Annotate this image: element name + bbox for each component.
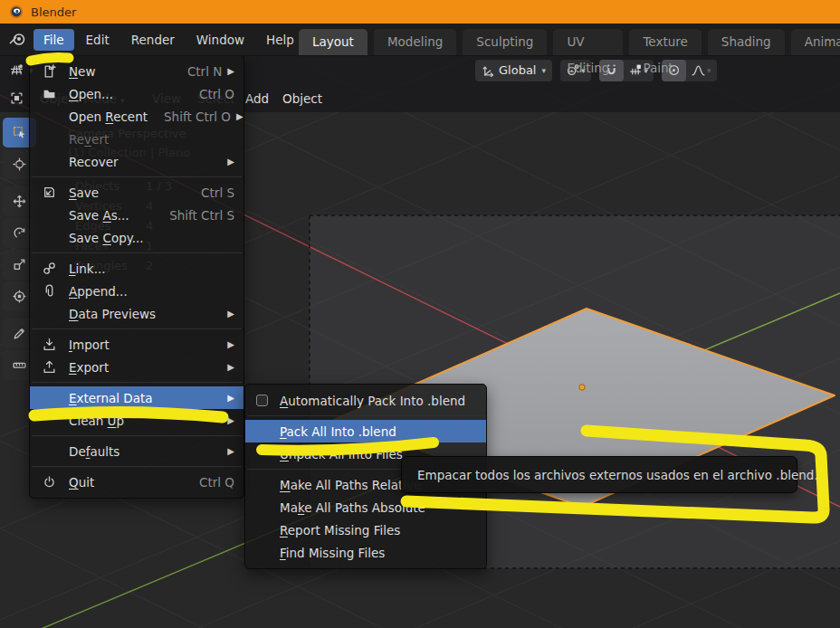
shortcut-label: Ctrl Q (183, 475, 234, 490)
file-menu-item-revert: Revert (30, 128, 243, 150)
external-data-item-pack-all-into-blend[interactable]: Pack All Into .blend (245, 420, 486, 442)
object-origin-dot (579, 385, 585, 390)
submenu-arrow-icon: ▶ (227, 446, 234, 456)
menu-file[interactable]: File (33, 29, 74, 51)
menu-help[interactable]: Help (256, 29, 304, 51)
shortcut-label: Ctrl N (171, 64, 222, 79)
menu-render[interactable]: Render (121, 29, 185, 51)
file-menu-item-export[interactable]: Export▶ (30, 356, 243, 378)
window-title: Blender (31, 5, 76, 19)
menu-edit[interactable]: Edit (76, 29, 119, 51)
menu-item-label: Data Previews (69, 307, 156, 321)
export-icon (42, 359, 56, 374)
file-menu-item-clean-up[interactable]: Clean Up▶ (30, 409, 243, 432)
menu-item-label: Export (69, 360, 109, 375)
submenu-arrow-icon: ▶ (227, 157, 234, 167)
menu-item-label: Make All Paths Absolute (280, 500, 425, 515)
file-menu-item-open-recent[interactable]: Open RecentShift Ctrl O▶ (30, 105, 243, 128)
menu-separator (32, 466, 242, 467)
workspace-tabs: LayoutModelingSculptingUV EditingTexture… (299, 29, 840, 55)
import-icon (42, 337, 56, 351)
tooltip-text: Empacar todos los archivos externos usad… (417, 468, 818, 482)
move-icon (13, 195, 26, 208)
measure-icon (13, 358, 26, 372)
tab-modeling[interactable]: Modeling (374, 29, 456, 55)
tab-sculpting[interactable]: Sculpting (463, 29, 547, 55)
new-icon (42, 63, 56, 78)
file-menu-item-save-copy[interactable]: Save Copy... (30, 226, 243, 249)
file-menu-dropdown: NewCtrl N▶Open...Ctrl OOpen RecentShift … (29, 54, 244, 499)
blender-menu-icon[interactable] (9, 33, 26, 46)
file-menu-item-quit[interactable]: QuitCtrl Q (30, 471, 243, 493)
chevron-down-icon: ▾ (707, 66, 711, 75)
tab-texture-paint[interactable]: Texture Paint (629, 29, 701, 55)
external-data-item-automatically-pack-into-blend[interactable]: Automatically Pack Into .blend (245, 389, 486, 412)
external-data-item-make-all-paths-absolute[interactable]: Make All Paths Absolute (245, 496, 486, 519)
tooltip: Empacar todos los archivos externos usad… (401, 456, 797, 493)
save-icon (42, 185, 56, 199)
menu-item-label: Quit (69, 475, 94, 490)
external-data-item-report-missing-files[interactable]: Report Missing Files (245, 519, 486, 541)
chevron-down-icon: ▾ (541, 66, 546, 75)
menu-item-label: Recover (69, 155, 119, 169)
submenu-arrow-icon: ▶ (227, 362, 234, 372)
checkbox-unchecked[interactable] (256, 395, 268, 406)
blender-window: Camera Perspective (1) Collection | Plan… (0, 0, 840, 628)
menu-item-label: Defaults (69, 444, 119, 459)
file-menu-item-new[interactable]: NewCtrl N▶ (30, 60, 243, 82)
scale-icon (13, 258, 26, 271)
orientation-axes-icon (482, 63, 495, 77)
file-menu-item-recover[interactable]: Recover▶ (30, 150, 243, 173)
orientation-label: Global (499, 63, 536, 77)
submenu-arrow-icon: ▶ (236, 111, 243, 121)
menu-item-label: Report Missing Files (280, 523, 400, 538)
menu-item-label: Pack All Into .blend (280, 424, 396, 439)
shortcut-label: Shift Ctrl S (153, 208, 234, 223)
menubar: FileEditRenderWindowHelp LayoutModelingS… (0, 24, 840, 56)
file-menu-item-defaults[interactable]: Defaults▶ (30, 440, 243, 462)
transform-orientation-dropdown[interactable]: Global ▾ (475, 60, 552, 81)
rotate-icon (13, 226, 26, 240)
external-data-item-find-missing-files[interactable]: Find Missing Files (245, 541, 486, 564)
menu-item-label: Save (69, 186, 99, 200)
tab-animation[interactable]: Animation (791, 29, 840, 55)
submenu-arrow-icon: ▶ (227, 66, 234, 76)
add-menu[interactable]: Add (245, 91, 269, 106)
falloff-curve-icon (692, 63, 705, 77)
file-menu-item-save-as[interactable]: Save As...Shift Ctrl S (30, 204, 243, 226)
menu-window[interactable]: Window (186, 29, 254, 51)
proportional-falloff-dropdown[interactable]: ▾ (686, 60, 717, 81)
menu-item-label: Clean Up (69, 414, 124, 428)
tab-shading[interactable]: Shading (708, 29, 785, 55)
file-menu-item-external-data[interactable]: External Data▶ (30, 386, 243, 409)
menu-separator (32, 252, 242, 253)
file-menu-item-import[interactable]: Import▶ (30, 333, 243, 356)
titlebar: Blender (0, 0, 840, 24)
menu-item-label: Unpack All Into Files (280, 447, 403, 461)
cursor-icon (13, 157, 26, 171)
menu-item-label: Append... (69, 284, 128, 299)
file-menu-item-data-previews[interactable]: Data Previews▶ (30, 302, 243, 325)
file-menu-item-link[interactable]: Link... (30, 257, 243, 280)
tab-layout[interactable]: Layout (299, 29, 368, 55)
menu-separator (247, 415, 484, 416)
snap-increment-icon (629, 63, 643, 77)
object-mode-icon (10, 91, 24, 105)
mode-icon-button[interactable] (4, 88, 30, 109)
open-icon (42, 86, 56, 100)
object-menu[interactable]: Object (282, 91, 322, 106)
file-menu-item-save[interactable]: SaveCtrl S (30, 181, 243, 204)
shortcut-label: Shift Ctrl O (148, 109, 231, 124)
menu-item-label: New (69, 64, 95, 79)
menu-item-label: Save Copy... (69, 231, 144, 245)
menu-separator (32, 435, 242, 436)
menu-item-label: Make All Paths Relative (280, 478, 421, 492)
blender-logo-icon (9, 5, 24, 19)
menu-item-label: Import (69, 338, 110, 352)
menu-item-label: Automatically Pack Into .blend (280, 394, 465, 408)
file-menu-item-append[interactable]: Append... (30, 280, 243, 302)
append-icon (42, 283, 56, 298)
tab-uv-editing[interactable]: UV Editing (553, 29, 623, 55)
menu-item-label: Save As... (69, 208, 129, 223)
file-menu-item-open[interactable]: Open...Ctrl O (30, 82, 243, 105)
